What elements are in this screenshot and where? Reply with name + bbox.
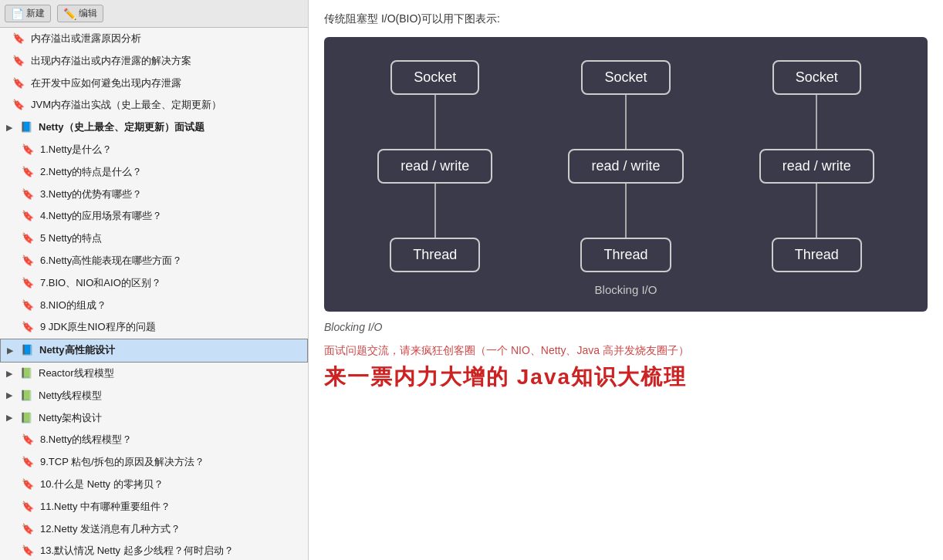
main-content: 传统阻塞型 I/O(BIO)可以用下图表示: Socket read / wri… xyxy=(309,0,943,560)
sidebar-item-label: Netty架构设计 xyxy=(39,410,102,427)
sidebar-item-label: 7.BIO、NIO和AIO的区别？ xyxy=(40,275,161,292)
sidebar-item[interactable]: 🔖8.NIO的组成？ xyxy=(0,295,308,317)
sidebar-item-label: 3.Netty的优势有哪些？ xyxy=(40,187,142,203)
sidebar-item-label: 9.TCP 粘包/拆包的原因及解决方法？ xyxy=(40,454,204,471)
sidebar-item-label: 8.NIO的组成？ xyxy=(40,298,106,314)
sidebar-item-label: 12.Netty 发送消息有几种方式？ xyxy=(40,521,181,538)
sidebar-item[interactable]: 🔖10.什么是 Netty 的零拷贝？ xyxy=(0,474,308,496)
sidebar-item-label: 11.Netty 中有哪种重要组件？ xyxy=(40,499,171,515)
blocking-io-label: Blocking I/O xyxy=(340,283,912,296)
sidebar-item-label: Netty线程模型 xyxy=(39,388,102,404)
line-2b xyxy=(625,184,627,238)
promo-text: 面试问题交流，请来疯狂创客圈（一个 NIO、Netty、Java 高并发烧友圈子… xyxy=(324,344,928,358)
sidebar-item[interactable]: 🔖6.Netty高性能表现在哪些方面？ xyxy=(0,250,308,272)
sidebar-item[interactable]: 🔖JVM内存溢出实战（史上最全、定期更新） xyxy=(0,94,308,116)
socket-box-2: Socket xyxy=(581,60,670,95)
rw-box-1: read / write xyxy=(377,149,492,184)
sidebar-item[interactable]: 🔖9 JDK原生NIO程序的问题 xyxy=(0,316,308,339)
diagram-columns: Socket read / write Thread Socket read /… xyxy=(340,60,912,272)
leaf-flag: 🔖 xyxy=(22,432,34,448)
new-label: 新建 xyxy=(26,7,45,20)
diagram-col-1: Socket read / write Thread xyxy=(377,60,492,272)
sidebar-item[interactable]: 🔖2.Netty的特点是什么？ xyxy=(0,161,308,184)
sidebar-item[interactable]: 🔖3.Netty的优势有哪些？ xyxy=(0,184,308,206)
expand-icon: ▶ xyxy=(6,411,17,425)
line-3b xyxy=(816,184,817,238)
leaf-flag: 🔖 xyxy=(22,231,34,247)
sidebar-item-label: 内存溢出或泄露原因分析 xyxy=(31,31,141,47)
sidebar-item-label: 1.Netty是什么？ xyxy=(40,142,112,158)
thread-box-1: Thread xyxy=(390,238,480,272)
leaf-flag: 🔖 xyxy=(22,253,34,269)
leaf-flag: 🔖 xyxy=(22,164,34,180)
sidebar-item[interactable]: 🔖11.Netty 中有哪种重要组件？ xyxy=(0,496,308,518)
sidebar-item[interactable]: ▶📗Reactor线程模型 xyxy=(0,363,308,385)
caption-text: Blocking I/O xyxy=(324,321,928,333)
sidebar-item[interactable]: 🔖内存溢出或泄露原因分析 xyxy=(0,28,308,50)
edit-icon: ✏️ xyxy=(63,8,76,20)
thread-box-3: Thread xyxy=(772,238,862,272)
sidebar-item[interactable]: 🔖12.Netty 发送消息有几种方式？ xyxy=(0,518,308,541)
expand-icon: ▶ xyxy=(6,121,17,135)
bio-diagram: Socket read / write Thread Socket read /… xyxy=(324,37,928,312)
leaf-flag: 🔖 xyxy=(12,53,25,69)
expand-icon: ▶ xyxy=(7,344,18,358)
line-3a xyxy=(816,95,817,149)
leaf-flag: 🔖 xyxy=(22,208,34,224)
leaf-flag: 🔖 xyxy=(22,142,34,158)
sidebar-item[interactable]: ▶📘Netty高性能设计 xyxy=(0,339,308,363)
leaf-flag: 🔖 xyxy=(12,31,25,47)
sidebar-item[interactable]: 🔖7.BIO、NIO和AIO的区别？ xyxy=(0,272,308,295)
thread-box-2: Thread xyxy=(580,238,671,272)
sidebar-item-label: 8.Netty的线程模型？ xyxy=(40,432,132,448)
leaf-flag: 🔖 xyxy=(22,298,34,314)
sidebar-item-label: 9 JDK原生NIO程序的问题 xyxy=(40,319,156,336)
leaf-flag: 🔖 xyxy=(12,97,25,113)
sidebar-item-label: 2.Netty的特点是什么？ xyxy=(40,164,142,180)
socket-box-1: Socket xyxy=(390,60,479,95)
rw-box-2: read / write xyxy=(568,149,683,184)
sidebar: 📄 新建 ✏️ 编辑 🔖内存溢出或泄露原因分析🔖出现内存溢出或内存泄露的解决方案… xyxy=(0,0,309,560)
sidebar-item[interactable]: ▶📘Netty（史上最全、定期更新）面试题 xyxy=(0,116,308,139)
sidebar-item-label: 5 Netty的特点 xyxy=(40,231,102,247)
subsection-flag: 📗 xyxy=(20,366,32,382)
sidebar-item[interactable]: 🔖4.Netty的应用场景有哪些？ xyxy=(0,205,308,228)
diagram-col-3: Socket read / write Thread xyxy=(759,60,874,272)
leaf-flag: 🔖 xyxy=(22,454,34,471)
sidebar-item[interactable]: 🔖5 Netty的特点 xyxy=(0,228,308,250)
sidebar-item[interactable]: 🔖1.Netty是什么？ xyxy=(0,139,308,161)
expand-icon: ▶ xyxy=(6,367,17,381)
leaf-flag: 🔖 xyxy=(22,275,34,292)
intro-text: 传统阻塞型 I/O(BIO)可以用下图表示: xyxy=(324,12,928,26)
sidebar-item-label: Reactor线程模型 xyxy=(39,366,114,382)
sidebar-item-label: 4.Netty的应用场景有哪些？ xyxy=(40,208,162,224)
sidebar-item-label: 出现内存溢出或内存泄露的解决方案 xyxy=(31,53,191,69)
sidebar-item[interactable]: 🔖9.TCP 粘包/拆包的原因及解决方法？ xyxy=(0,451,308,474)
new-button[interactable]: 📄 新建 xyxy=(5,5,51,22)
sidebar-item-label: 13.默认情况 Netty 起多少线程？何时启动？ xyxy=(40,543,234,559)
sidebar-item[interactable]: ▶📗Netty架构设计 xyxy=(0,407,308,430)
section-flag: 📘 xyxy=(20,120,32,136)
sidebar-item[interactable]: 🔖在开发中应如何避免出现内存泄露 xyxy=(0,73,308,95)
section-flag: 📘 xyxy=(21,342,33,359)
line-1a xyxy=(434,95,436,149)
toolbar: 📄 新建 ✏️ 编辑 xyxy=(0,0,308,28)
sidebar-list: 🔖内存溢出或泄露原因分析🔖出现内存溢出或内存泄露的解决方案🔖在开发中应如何避免出… xyxy=(0,28,308,560)
leaf-flag: 🔖 xyxy=(22,187,34,203)
sidebar-item[interactable]: ▶📗Netty线程模型 xyxy=(0,385,308,407)
edit-button[interactable]: ✏️ 编辑 xyxy=(57,5,103,22)
leaf-flag: 🔖 xyxy=(22,319,34,336)
line-2a xyxy=(625,95,627,149)
sidebar-item[interactable]: 🔖8.Netty的线程模型？ xyxy=(0,429,308,451)
diagram-col-2: Socket read / write Thread xyxy=(568,60,683,272)
big-title: 来一票内力大增的 Java知识大梳理 xyxy=(324,363,928,392)
subsection-flag: 📗 xyxy=(20,410,32,427)
sidebar-item[interactable]: 🔖13.默认情况 Netty 起多少线程？何时启动？ xyxy=(0,540,308,560)
sidebar-item-label: Netty高性能设计 xyxy=(39,342,115,359)
new-icon: 📄 xyxy=(11,8,24,20)
sidebar-item[interactable]: 🔖出现内存溢出或内存泄露的解决方案 xyxy=(0,50,308,73)
leaf-flag: 🔖 xyxy=(22,499,34,515)
sidebar-item-label: 在开发中应如何避免出现内存泄露 xyxy=(31,76,181,92)
sidebar-item-label: Netty（史上最全、定期更新）面试题 xyxy=(39,120,204,136)
leaf-flag: 🔖 xyxy=(22,543,34,559)
